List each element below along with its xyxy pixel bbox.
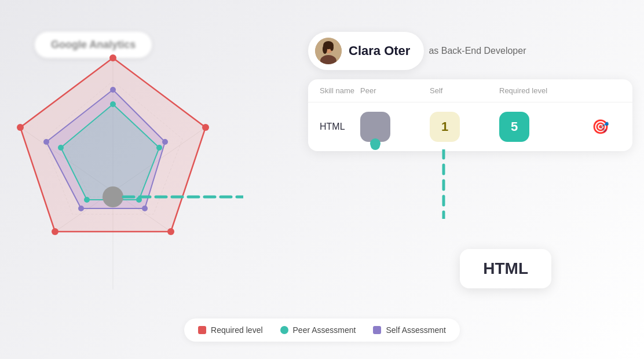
- svg-point-25: [84, 197, 90, 203]
- avatar: [315, 38, 342, 64]
- user-card: Clara Oter: [308, 32, 424, 70]
- table-row: HTML 1 5 🎯: [308, 102, 632, 151]
- col-required: Required level: [499, 86, 592, 95]
- svg-point-12: [109, 54, 116, 61]
- svg-point-27: [103, 186, 123, 207]
- required-score-cell: 5: [499, 112, 592, 142]
- table-header: Skill name Peer Self Required level: [308, 79, 632, 102]
- radar-chart: [0, 23, 243, 347]
- html-skill-label: HTML: [460, 249, 551, 288]
- self-score-badge: 1: [430, 112, 460, 142]
- required-score-badge: 5: [499, 112, 529, 142]
- role-text: as Back-End Developer: [429, 46, 526, 56]
- skills-table: Skill name Peer Self Required level HTML…: [308, 79, 632, 151]
- svg-point-35: [330, 44, 334, 51]
- svg-point-19: [142, 206, 148, 211]
- col-action: [592, 86, 621, 95]
- legend-dot-peer: [280, 326, 288, 334]
- svg-point-18: [162, 139, 168, 145]
- svg-point-20: [78, 206, 84, 211]
- svg-point-21: [43, 139, 49, 145]
- col-peer: Peer: [360, 86, 430, 95]
- skill-name-html: HTML: [320, 122, 360, 132]
- target-icon-cell: 🎯: [592, 119, 621, 135]
- header-row: Clara Oter as Back-End Developer: [308, 32, 632, 70]
- legend-dot-required: [198, 326, 206, 334]
- self-score-cell: 1: [430, 112, 499, 142]
- svg-point-13: [202, 124, 209, 131]
- svg-point-14: [167, 228, 174, 235]
- legend-item-self: Self Assessment: [373, 325, 446, 335]
- col-self: Self: [430, 86, 499, 95]
- col-skill-name: Skill name: [320, 86, 360, 95]
- legend: Required level Peer Assessment Self Asse…: [184, 318, 460, 342]
- peer-dot: [370, 138, 380, 149]
- svg-point-15: [52, 228, 58, 235]
- target-icon: 🎯: [592, 119, 609, 134]
- legend-item-required: Required level: [198, 325, 263, 335]
- svg-point-23: [156, 145, 162, 151]
- legend-item-peer: Peer Assessment: [280, 325, 356, 335]
- svg-point-16: [17, 124, 24, 131]
- peer-score-badge: [360, 112, 390, 142]
- svg-point-17: [110, 87, 116, 93]
- svg-point-34: [323, 45, 327, 54]
- peer-score-cell: [360, 112, 430, 142]
- user-name: Clara Oter: [349, 43, 410, 58]
- right-panel: Clara Oter as Back-End Developer Skill n…: [308, 32, 632, 151]
- svg-point-22: [110, 101, 116, 107]
- svg-point-26: [58, 145, 64, 151]
- legend-dot-self: [373, 326, 381, 334]
